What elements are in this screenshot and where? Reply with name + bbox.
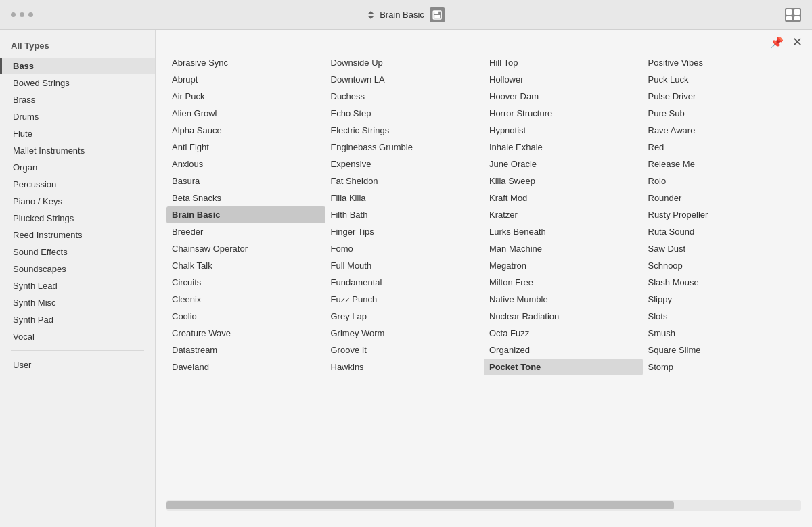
list-item[interactable]: Downtown LA [325, 71, 484, 88]
list-item[interactable]: Rave Aware [643, 122, 802, 139]
list-item[interactable]: Megatron [484, 257, 643, 274]
list-item[interactable]: Pure Sub [643, 105, 802, 122]
list-item[interactable]: Abrasive Sync [166, 54, 325, 71]
list-item[interactable]: Killa Sweep [484, 173, 643, 189]
list-item[interactable]: Daveland [166, 359, 325, 375]
list-item[interactable]: Release Me [643, 156, 802, 173]
list-item[interactable]: Kratzer [484, 206, 643, 223]
list-item[interactable]: Slippy [643, 291, 802, 308]
list-item[interactable]: Ruta Sound [643, 223, 802, 240]
list-item-brain-basic[interactable]: Brain Basic [166, 206, 325, 223]
list-item[interactable]: Inhale Exhale [484, 139, 643, 156]
sidebar-item-piano-keys[interactable]: Piano / Keys [0, 193, 155, 210]
list-item[interactable]: Filth Bath [325, 206, 484, 223]
sidebar-item-soundscapes[interactable]: Soundscapes [0, 260, 155, 277]
list-item[interactable]: Rounder [643, 189, 802, 206]
sidebar-item-plucked-strings[interactable]: Plucked Strings [0, 210, 155, 227]
list-item[interactable]: Duchess [325, 88, 484, 105]
sidebar-item-synth-lead[interactable]: Synth Lead [0, 277, 155, 294]
list-item[interactable]: Hoover Dam [484, 88, 643, 105]
sidebar-item-percussion[interactable]: Percussion [0, 176, 155, 193]
sidebar-item-synth-pad[interactable]: Synth Pad [0, 311, 155, 328]
list-item[interactable]: Hill Top [484, 54, 643, 71]
list-item[interactable]: Organized [484, 342, 643, 359]
next-preset-button[interactable] [367, 16, 374, 19]
sidebar-item-drums[interactable]: Drums [0, 108, 155, 125]
list-item[interactable]: Abrupt [166, 71, 325, 88]
sidebar-item-user[interactable]: User [0, 357, 155, 373]
sidebar-item-flute[interactable]: Flute [0, 125, 155, 142]
list-item[interactable]: Circuits [166, 274, 325, 291]
list-item[interactable]: Slash Mouse [643, 274, 802, 291]
sidebar-item-bass[interactable]: Bass [0, 58, 155, 74]
list-item[interactable]: Nuclear Radiation [484, 308, 643, 325]
list-item[interactable]: Square Slime [643, 342, 802, 359]
sidebar-item-mallet-instruments[interactable]: Mallet Instruments [0, 142, 155, 159]
list-item[interactable]: Anti Fight [166, 139, 325, 156]
sidebar-item-synth-misc[interactable]: Synth Misc [0, 294, 155, 311]
list-item[interactable]: Coolio [166, 308, 325, 325]
list-item[interactable]: Finger Tips [325, 223, 484, 240]
list-item[interactable]: Alien Growl [166, 105, 325, 122]
list-item[interactable]: Chalk Talk [166, 257, 325, 274]
pin-button[interactable]: 📌 [770, 35, 784, 49]
list-item[interactable]: Pulse Driver [643, 88, 802, 105]
list-item[interactable]: Echo Step [325, 105, 484, 122]
list-item[interactable]: Rusty Propeller [643, 206, 802, 223]
list-item[interactable]: Chainsaw Operator [166, 240, 325, 257]
view-toggle-button[interactable] [785, 8, 801, 22]
list-item-pocket-tone[interactable]: Pocket Tone [484, 359, 643, 375]
list-item[interactable]: Datastream [166, 342, 325, 359]
list-item[interactable]: Kraft Mod [484, 189, 643, 206]
horizontal-scrollbar[interactable] [166, 500, 801, 511]
list-item[interactable]: Octa Fuzz [484, 325, 643, 342]
list-item[interactable]: Hypnotist [484, 122, 643, 139]
list-item[interactable]: Downside Up [325, 54, 484, 71]
list-item[interactable]: Basura [166, 173, 325, 189]
list-item[interactable]: June Oracle [484, 156, 643, 173]
list-item[interactable]: Fat Sheldon [325, 173, 484, 189]
sidebar-item-reed-instruments[interactable]: Reed Instruments [0, 227, 155, 244]
list-item[interactable]: Breeder [166, 223, 325, 240]
sidebar-item-sound-effects[interactable]: Sound Effects [0, 244, 155, 260]
list-item[interactable]: Fuzz Punch [325, 291, 484, 308]
list-item[interactable]: Alpha Sauce [166, 122, 325, 139]
list-item[interactable]: Smush [643, 325, 802, 342]
list-item[interactable]: Full Mouth [325, 257, 484, 274]
list-item[interactable]: Cleenix [166, 291, 325, 308]
sidebar-item-bowed-strings[interactable]: Bowed Strings [0, 74, 155, 91]
list-item[interactable]: Fomo [325, 240, 484, 257]
list-item[interactable]: Horror Structure [484, 105, 643, 122]
save-button[interactable] [430, 7, 445, 22]
list-item[interactable]: Positive Vibes [643, 54, 802, 71]
sidebar-item-vocal[interactable]: Vocal [0, 328, 155, 345]
prev-preset-button[interactable] [367, 11, 374, 14]
list-item[interactable]: Enginebass Grumble [325, 139, 484, 156]
list-item[interactable]: Puck Luck [643, 71, 802, 88]
list-item[interactable]: Anxious [166, 156, 325, 173]
list-item[interactable]: Man Machine [484, 240, 643, 257]
list-item[interactable]: Hawkins [325, 359, 484, 375]
list-item[interactable]: Schnoop [643, 257, 802, 274]
close-button[interactable]: ✕ [790, 35, 804, 49]
list-item[interactable]: Grimey Worm [325, 325, 484, 342]
list-item[interactable]: Fundamental [325, 274, 484, 291]
sidebar-item-brass[interactable]: Brass [0, 91, 155, 108]
sidebar-item-organ[interactable]: Organ [0, 159, 155, 176]
list-item[interactable]: Electric Strings [325, 122, 484, 139]
list-item[interactable]: Native Mumble [484, 291, 643, 308]
list-item[interactable]: Expensive [325, 156, 484, 173]
list-item[interactable]: Red [643, 139, 802, 156]
list-item[interactable]: Grey Lap [325, 308, 484, 325]
list-item[interactable]: Slots [643, 308, 802, 325]
list-item[interactable]: Groove It [325, 342, 484, 359]
list-item[interactable]: Creature Wave [166, 325, 325, 342]
list-item[interactable]: Beta Snacks [166, 189, 325, 206]
list-item[interactable]: Hollower [484, 71, 643, 88]
list-item[interactable]: Air Puck [166, 88, 325, 105]
list-item[interactable]: Stomp [643, 359, 802, 375]
scrollbar-thumb[interactable] [166, 501, 674, 509]
list-item[interactable]: Milton Free [484, 274, 643, 291]
list-item[interactable]: Lurks Beneath [484, 223, 643, 240]
list-item[interactable]: Rolo [643, 173, 802, 189]
